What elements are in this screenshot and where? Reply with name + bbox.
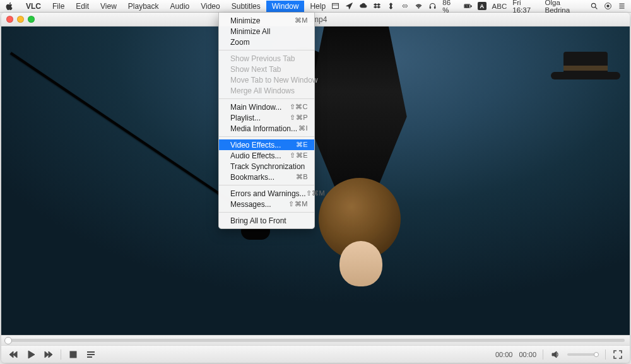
menu-item-label: Main Window...: [230, 103, 281, 112]
menu-item-label: Zoom: [230, 38, 250, 47]
menu-window[interactable]: Window: [266, 1, 305, 12]
menu-item-label: Show Previous Tab: [230, 54, 295, 63]
menu-separator: [219, 185, 314, 185]
svg-point-10: [607, 5, 610, 8]
menu-audio[interactable]: Audio: [165, 1, 196, 12]
menu-item-bring-all-to-front[interactable]: Bring All to Front: [219, 215, 314, 226]
tray-input-source[interactable]: ABC: [492, 3, 507, 10]
tray-siri-icon[interactable]: [604, 2, 612, 11]
menu-item-shortcut: ⌘I: [298, 124, 308, 132]
menu-item-minimize-all[interactable]: Minimize All: [219, 26, 314, 37]
menu-bar-left: VLC File Edit View Playback Audio Video …: [5, 1, 331, 12]
seek-bar: [1, 335, 630, 345]
tray-battery-percent[interactable]: 86 %: [442, 0, 457, 14]
menu-item-track-synchronization[interactable]: Track Synchronization: [219, 161, 314, 172]
menu-separator: [219, 98, 314, 99]
close-button[interactable]: [6, 16, 13, 23]
tray-keyboard-icon[interactable]: A: [478, 2, 487, 10]
tray-wifi-icon[interactable]: [415, 2, 423, 11]
menu-item-shortcut: ⌘M: [295, 16, 308, 25]
window-menu-dropdown: Minimize⌘MMinimize AllZoomShow Previous …: [218, 13, 315, 229]
menu-item-bookmarks[interactable]: Bookmarks...⌘B: [219, 172, 314, 182]
menu-item-label: Errors and Warnings...: [230, 189, 306, 198]
menu-help[interactable]: Help: [304, 1, 331, 12]
menu-item-label: Move Tab to New Window: [230, 76, 318, 85]
menu-file[interactable]: File: [47, 1, 70, 12]
zoom-button[interactable]: [28, 16, 35, 23]
menu-item-label: Track Synchronization: [230, 162, 305, 171]
menu-item-label: Minimize All: [230, 27, 270, 36]
menu-edit[interactable]: Edit: [70, 1, 95, 12]
menu-item-move-tab-to-new-window: Move Tab to New Window: [219, 74, 314, 85]
svg-point-7: [591, 3, 596, 8]
menu-item-media-information[interactable]: Media Information...⌘I: [219, 123, 314, 134]
apple-logo-icon[interactable]: [5, 2, 14, 11]
svg-rect-14: [70, 351, 76, 358]
menu-playback[interactable]: Playback: [122, 1, 165, 12]
tray-spotlight-icon[interactable]: [590, 2, 598, 11]
window-titlebar[interactable]: nt.mp4: [1, 13, 630, 26]
playlist-button[interactable]: [85, 349, 97, 360]
tray-clock[interactable]: Fri 16:37: [512, 0, 539, 14]
separator: [61, 349, 61, 360]
tray-username[interactable]: Olga Bedrina: [545, 0, 584, 14]
tray-location-icon[interactable]: [345, 2, 353, 11]
play-button[interactable]: [25, 349, 37, 360]
menu-item-zoom[interactable]: Zoom: [219, 37, 314, 47]
menu-item-messages[interactable]: Messages...⇧⌘M: [219, 199, 314, 209]
fullscreen-button[interactable]: [612, 349, 623, 360]
tray-battery-icon[interactable]: [464, 2, 472, 11]
separator: [543, 349, 543, 360]
svg-rect-6: [471, 5, 471, 7]
menu-item-label: Media Information...: [230, 124, 297, 133]
menu-view[interactable]: View: [95, 1, 122, 12]
menu-app-name[interactable]: VLC: [20, 1, 47, 12]
menu-subtitles[interactable]: Subtitles: [226, 1, 266, 12]
menu-item-label: Bring All to Front: [230, 216, 286, 225]
time-current: 00:00: [495, 351, 513, 358]
menu-item-errors-and-warnings[interactable]: Errors and Warnings...⇧⌘M: [219, 188, 314, 199]
seek-thumb[interactable]: [4, 337, 12, 344]
menu-item-label: Show Next Tab: [230, 65, 281, 74]
tray-dropbox-icon[interactable]: [373, 2, 381, 11]
stop-button[interactable]: [68, 349, 79, 360]
tray-infinity-icon[interactable]: [401, 2, 409, 11]
menu-item-label: Minimize: [230, 16, 260, 25]
volume-thumb[interactable]: [594, 352, 599, 357]
volume-slider[interactable]: [567, 353, 599, 356]
tray-notifications-icon[interactable]: [618, 2, 626, 11]
menu-item-video-effects[interactable]: Video Effects...⌘E: [219, 139, 314, 150]
video-viewport[interactable]: [1, 26, 630, 335]
tray-app-icon[interactable]: [331, 2, 339, 11]
tray-cloud-icon[interactable]: [359, 2, 367, 11]
menu-item-shortcut: ⇧⌘P: [290, 114, 308, 122]
menu-item-label: Merge All Windows: [230, 86, 295, 95]
menu-bar-right: 86 % A ABC Fri 16:37 Olga Bedrina: [331, 0, 626, 14]
tray-headphones-icon[interactable]: [428, 2, 437, 11]
separator: [605, 349, 606, 360]
menu-item-show-next-tab: Show Next Tab: [219, 64, 314, 74]
next-button[interactable]: [43, 349, 54, 360]
menu-item-label: Video Effects...: [230, 141, 281, 150]
menu-item-shortcut: ⇧⌘M: [288, 200, 308, 208]
menu-video[interactable]: Video: [195, 1, 225, 12]
menu-item-audio-effects[interactable]: Audio Effects...⇧⌘E: [219, 150, 314, 161]
svg-rect-0: [333, 3, 339, 8]
menu-item-main-window[interactable]: Main Window...⇧⌘C: [219, 102, 314, 112]
menu-item-playlist[interactable]: Playlist...⇧⌘P: [219, 112, 314, 123]
background-person-graphic: [545, 52, 620, 146]
menu-separator: [219, 136, 314, 137]
seek-track[interactable]: [6, 339, 625, 342]
prev-button[interactable]: [8, 349, 19, 360]
menu-item-shortcut: ⌘E: [296, 141, 308, 149]
menu-separator: [219, 212, 314, 213]
tray-sync-icon[interactable]: [387, 2, 395, 11]
vlc-window: nt.mp4 00:00 00:00: [1, 13, 630, 363]
volume-icon[interactable]: [550, 349, 561, 360]
menu-item-minimize[interactable]: Minimize⌘M: [219, 15, 314, 26]
time-total: 00:00: [519, 351, 536, 358]
player-controls: 00:00 00:00: [1, 345, 630, 363]
menu-item-show-previous-tab: Show Previous Tab: [219, 53, 314, 64]
minimize-button[interactable]: [17, 16, 24, 23]
svg-rect-3: [435, 6, 436, 8]
